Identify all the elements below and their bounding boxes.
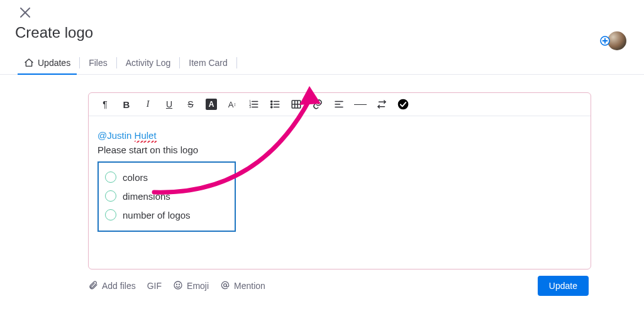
italic-icon[interactable]: I: [142, 98, 154, 111]
add-files-button[interactable]: Add files: [88, 280, 136, 292]
item-panel: Create logo Updates Files Activity Log I…: [0, 0, 644, 321]
check-circle-icon[interactable]: [105, 171, 116, 183]
tab-separator: [236, 57, 237, 68]
checklist-item-label: colors: [123, 172, 148, 183]
checklist-item-label: number of logos: [123, 210, 191, 220]
svg-point-26: [398, 99, 409, 110]
ordered-list-icon[interactable]: 123: [247, 98, 260, 111]
editor-toolbar: ¶ B I U S A A↕ 123: [89, 93, 591, 116]
panel-header: Create logo: [0, 0, 644, 41]
link-icon[interactable]: [311, 98, 324, 111]
mention-chip[interactable]: @Justin Hulet: [97, 130, 582, 141]
editor-body[interactable]: @Justin Hulet Please start on this logo …: [89, 116, 591, 238]
update-editor: ¶ B I U S A A↕ 123: [88, 92, 591, 269]
gif-label: GIF: [147, 281, 162, 291]
mention-prefix: @: [97, 130, 107, 141]
tab-updates[interactable]: Updates: [15, 52, 79, 74]
home-icon: [24, 58, 34, 68]
checklist-item[interactable]: dimensions: [105, 187, 228, 205]
svg-point-31: [224, 283, 227, 286]
svg-point-29: [177, 284, 177, 285]
mention-first: Justin: [107, 130, 131, 141]
svg-text:3: 3: [249, 105, 251, 109]
update-button[interactable]: Update: [538, 276, 589, 296]
tab-label: Activity Log: [126, 58, 171, 68]
hr-icon[interactable]: [354, 98, 367, 111]
gif-button[interactable]: GIF: [147, 281, 162, 291]
svg-point-28: [174, 281, 182, 289]
close-icon[interactable]: [18, 5, 33, 20]
paragraph-icon[interactable]: ¶: [99, 98, 111, 111]
checklist-icon[interactable]: [397, 98, 409, 111]
editor-text-line: Please start on this logo: [97, 144, 582, 155]
editor-area: ¶ B I U S A A↕ 123: [0, 75, 644, 321]
svg-point-13: [271, 106, 272, 107]
checklist-item[interactable]: number of logos: [105, 205, 228, 224]
align-icon[interactable]: [333, 98, 345, 111]
owner-avatar-group[interactable]: [600, 31, 626, 50]
font-size-icon[interactable]: A↕: [226, 98, 238, 111]
table-icon[interactable]: [290, 98, 303, 111]
tab-item-card[interactable]: Item Card: [180, 52, 236, 74]
add-member-icon[interactable]: [600, 36, 610, 46]
swap-icon[interactable]: [375, 98, 388, 111]
unordered-list-icon[interactable]: [269, 98, 281, 111]
paperclip-icon: [88, 280, 98, 292]
svg-point-12: [271, 104, 272, 105]
strike-icon[interactable]: S: [184, 98, 197, 111]
tab-activity-log[interactable]: Activity Log: [117, 52, 180, 74]
svg-point-30: [179, 284, 180, 285]
check-circle-icon[interactable]: [105, 209, 116, 220]
svg-point-11: [271, 101, 272, 102]
bold-icon[interactable]: B: [120, 98, 133, 111]
checklist-item[interactable]: colors: [105, 168, 228, 187]
tab-label: Files: [89, 58, 108, 68]
add-files-label: Add files: [102, 281, 136, 291]
editor-footer: Add files GIF Emoji Mention: [88, 269, 591, 296]
mention-button[interactable]: Mention: [220, 280, 265, 292]
emoji-icon: [173, 280, 183, 292]
text-bg-icon[interactable]: A: [206, 99, 217, 110]
tab-label: Item Card: [189, 58, 227, 68]
tab-files[interactable]: Files: [80, 52, 116, 74]
checklist-block[interactable]: colors dimensions number of logos: [97, 161, 236, 232]
tab-label: Updates: [38, 58, 70, 68]
check-circle-icon[interactable]: [105, 190, 116, 202]
at-icon: [220, 280, 230, 292]
mention-last: Hulet: [135, 130, 157, 141]
editor-footer-left: Add files GIF Emoji Mention: [88, 280, 265, 292]
underline-icon[interactable]: U: [163, 98, 175, 111]
page-title: Create logo: [15, 24, 629, 41]
avatar[interactable]: [608, 31, 626, 50]
checklist-item-label: dimensions: [123, 191, 170, 202]
emoji-label: Emoji: [187, 281, 209, 291]
mention-label: Mention: [234, 281, 265, 291]
tab-bar: Updates Files Activity Log Item Card: [0, 52, 644, 75]
emoji-button[interactable]: Emoji: [173, 280, 209, 292]
